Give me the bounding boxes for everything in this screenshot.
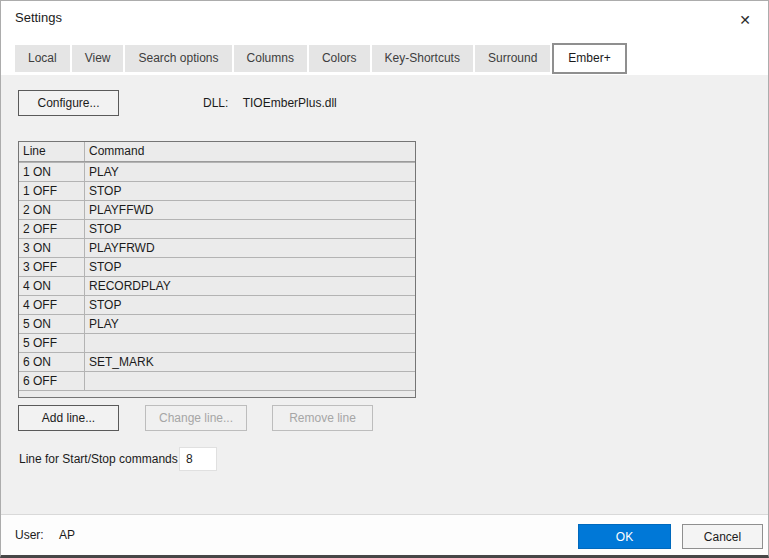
cell-line: 1 ON xyxy=(19,163,85,181)
cell-line: 4 ON xyxy=(19,277,85,295)
cell-command: STOP xyxy=(85,258,415,276)
footer-bar: User: AP OK Cancel xyxy=(1,514,768,555)
command-table: LineCommand 1 ONPLAY1 OFFSTOP2 ONPLAYFFW… xyxy=(18,141,416,398)
cell-command: PLAY xyxy=(85,315,415,333)
dll-value: TIOEmberPlus.dll xyxy=(243,96,337,110)
cell-line: 6 OFF xyxy=(19,372,85,390)
window-title: Settings xyxy=(15,10,62,25)
cell-line: 1 OFF xyxy=(19,182,85,200)
configure-button[interactable]: Configure... xyxy=(18,90,119,116)
tab-surround[interactable]: Surround xyxy=(475,45,550,72)
cell-command: SET_MARK xyxy=(85,353,415,371)
cell-line: 3 ON xyxy=(19,239,85,257)
cell-line: 2 ON xyxy=(19,201,85,219)
table-row[interactable]: 4 OFFSTOP xyxy=(19,295,415,314)
cell-line: 2 OFF xyxy=(19,220,85,238)
user-value: AP xyxy=(59,528,75,542)
cell-command xyxy=(85,372,415,390)
cell-line: 5 ON xyxy=(19,315,85,333)
table-filler-row xyxy=(19,390,415,397)
add-line-button[interactable]: Add line... xyxy=(18,405,119,431)
settings-dialog: Settings ✕ LocalViewSearch optionsColumn… xyxy=(0,0,769,558)
cell-line: 6 ON xyxy=(19,353,85,371)
table-body: 1 ONPLAY1 OFFSTOP2 ONPLAYFFWD2 OFFSTOP3 … xyxy=(19,162,415,390)
tab-search-options[interactable]: Search options xyxy=(125,45,231,72)
cell-line: 4 OFF xyxy=(19,296,85,314)
tab-view[interactable]: View xyxy=(72,45,124,72)
column-header-command: Command xyxy=(85,142,415,161)
cell-command: STOP xyxy=(85,220,415,238)
user-label: User: xyxy=(15,528,44,542)
cell-line: 5 OFF xyxy=(19,334,85,352)
user-row: User: AP xyxy=(15,528,75,542)
tab-ember[interactable]: Ember+ xyxy=(552,43,626,74)
table-header: LineCommand xyxy=(19,142,415,162)
tab-colors[interactable]: Colors xyxy=(309,45,370,72)
table-row[interactable]: 5 OFF xyxy=(19,333,415,352)
title-bar: Settings ✕ xyxy=(1,1,768,39)
cell-command: PLAYFRWD xyxy=(85,239,415,257)
start-stop-line-input[interactable] xyxy=(179,447,217,471)
remove-line-button: Remove line xyxy=(272,405,373,431)
cell-line: 3 OFF xyxy=(19,258,85,276)
ok-button[interactable]: OK xyxy=(578,524,671,549)
table-row[interactable]: 1 OFFSTOP xyxy=(19,181,415,200)
ember-tab-panel: Configure... DLL: TIOEmberPlus.dll LineC… xyxy=(1,75,768,516)
cancel-button[interactable]: Cancel xyxy=(682,524,763,549)
table-row[interactable]: 6 ONSET_MARK xyxy=(19,352,415,371)
table-row[interactable]: 4 ONRECORDPLAY xyxy=(19,276,415,295)
tab-key-shortcuts[interactable]: Key-Shortcuts xyxy=(372,45,473,72)
cell-command: STOP xyxy=(85,182,415,200)
tab-strip: LocalViewSearch optionsColumnsColorsKey-… xyxy=(15,45,627,74)
cell-command: STOP xyxy=(85,296,415,314)
cell-command: RECORDPLAY xyxy=(85,277,415,295)
dll-row: DLL: TIOEmberPlus.dll xyxy=(203,96,337,110)
tab-columns[interactable]: Columns xyxy=(234,45,307,72)
cell-command xyxy=(85,334,415,352)
table-row[interactable]: 2 OFFSTOP xyxy=(19,219,415,238)
change-line-button: Change line... xyxy=(145,405,247,431)
dll-label: DLL: xyxy=(203,96,228,110)
table-row[interactable]: 1 ONPLAY xyxy=(19,162,415,181)
tab-local[interactable]: Local xyxy=(15,45,70,72)
start-stop-label: Line for Start/Stop commands xyxy=(19,452,178,466)
close-icon[interactable]: ✕ xyxy=(732,7,758,33)
table-row[interactable]: 2 ONPLAYFFWD xyxy=(19,200,415,219)
cell-command: PLAYFFWD xyxy=(85,201,415,219)
table-row[interactable]: 5 ONPLAY xyxy=(19,314,415,333)
table-row[interactable]: 3 OFFSTOP xyxy=(19,257,415,276)
table-row[interactable]: 3 ONPLAYFRWD xyxy=(19,238,415,257)
table-row[interactable]: 6 OFF xyxy=(19,371,415,390)
cell-command: PLAY xyxy=(85,163,415,181)
column-header-line: Line xyxy=(19,142,85,161)
